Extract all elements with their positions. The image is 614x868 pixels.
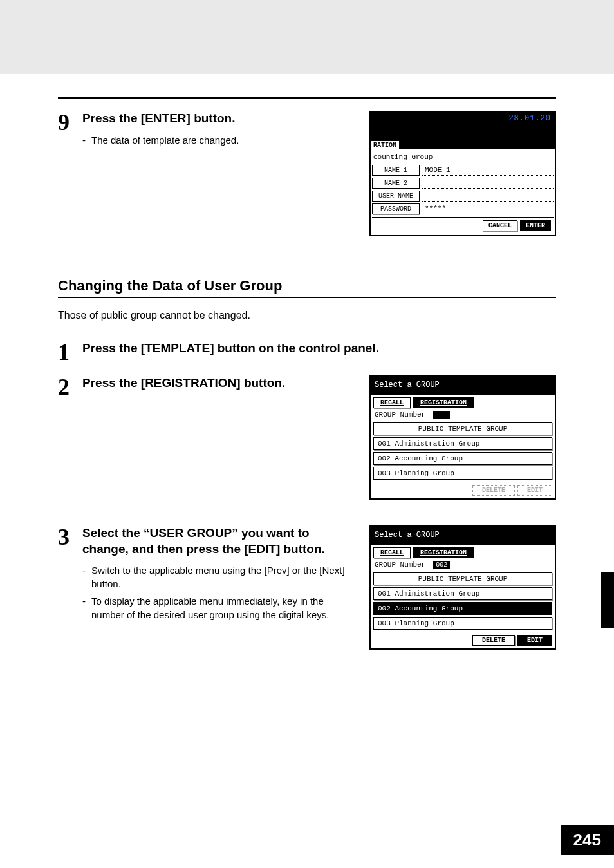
section-heading: Changing the Data of User Group (58, 278, 556, 294)
delete-button[interactable]: DELETE (472, 635, 515, 646)
screen-title: Select a GROUP (371, 527, 555, 545)
password-button[interactable]: PASSWORD (372, 203, 420, 214)
screen-context: counting Group (373, 153, 554, 161)
step-number: 1 (58, 341, 75, 364)
step-number: 2 (58, 375, 75, 399)
step-heading: Press the [REGISTRATION] button. (82, 375, 357, 392)
group-number-label: GROUP Number (375, 411, 425, 419)
side-tab (601, 572, 614, 628)
recall-tab[interactable]: RECALL (373, 397, 411, 408)
name2-field[interactable] (422, 178, 554, 189)
group-item[interactable]: 001 Administration Group (373, 437, 552, 450)
screenshot-select-group: Select a GROUP RECALL REGISTRATION GROUP… (369, 375, 556, 500)
step-note: The data of template are changed. (82, 133, 357, 147)
step-note: To display the applicable menu immediate… (82, 594, 357, 621)
enter-button[interactable]: ENTER (520, 220, 551, 231)
step-note: Switch to the applicable menu using the … (82, 563, 357, 590)
name1-field[interactable]: MODE 1 (422, 165, 554, 176)
step-heading: Press the [TEMPLATE] button on the contr… (82, 341, 556, 357)
screenshot-select-group-selected: Select a GROUP RECALL REGISTRATION GROUP… (369, 525, 556, 650)
screen-title: Select a GROUP (371, 377, 555, 395)
section-description: Those of public group cannot be changed. (58, 310, 556, 321)
recall-tab[interactable]: RECALL (373, 547, 411, 558)
public-template-group-button[interactable]: PUBLIC TEMPLATE GROUP (373, 572, 552, 585)
step-heading: Press the [ENTER] button. (82, 111, 357, 127)
group-number-label: GROUP Number (375, 561, 425, 569)
step-heading: Select the “USER GROUP” you want to chan… (82, 525, 357, 557)
section-rule (58, 297, 556, 298)
header-band (0, 0, 614, 74)
username-field[interactable] (422, 191, 554, 202)
name1-button[interactable]: NAME 1 (372, 165, 420, 176)
top-rule (58, 97, 556, 99)
registration-tab[interactable]: REGISTRATION (413, 397, 474, 408)
group-item[interactable]: 003 Planning Group (373, 617, 552, 630)
username-button[interactable]: USER NAME (372, 191, 420, 202)
screen-date: 28.01.20 (508, 114, 551, 123)
group-item[interactable]: 002 Accounting Group (373, 452, 552, 465)
step-number: 9 (58, 111, 75, 134)
name2-button[interactable]: NAME 2 (372, 178, 420, 189)
step-number: 3 (58, 525, 75, 549)
group-item[interactable]: 003 Planning Group (373, 467, 552, 480)
cancel-button[interactable]: CANCEL (483, 220, 517, 231)
group-item-selected[interactable]: 002 Accounting Group (373, 602, 552, 615)
edit-button[interactable]: EDIT (517, 635, 552, 646)
group-number-value: 002 (433, 561, 450, 569)
group-number-value (433, 411, 450, 419)
page-number: 245 (561, 825, 614, 855)
group-item[interactable]: 001 Administration Group (373, 587, 552, 600)
password-field[interactable]: ***** (422, 203, 554, 214)
delete-button[interactable]: DELETE (472, 485, 515, 496)
screen-tab-ration[interactable]: RATION (371, 140, 400, 149)
screenshot-registration-form: 28.01.20 RATION counting Group NAME 1 MO… (369, 111, 556, 236)
edit-button[interactable]: EDIT (517, 485, 552, 496)
registration-tab[interactable]: REGISTRATION (413, 547, 474, 558)
public-template-group-button[interactable]: PUBLIC TEMPLATE GROUP (373, 422, 552, 435)
